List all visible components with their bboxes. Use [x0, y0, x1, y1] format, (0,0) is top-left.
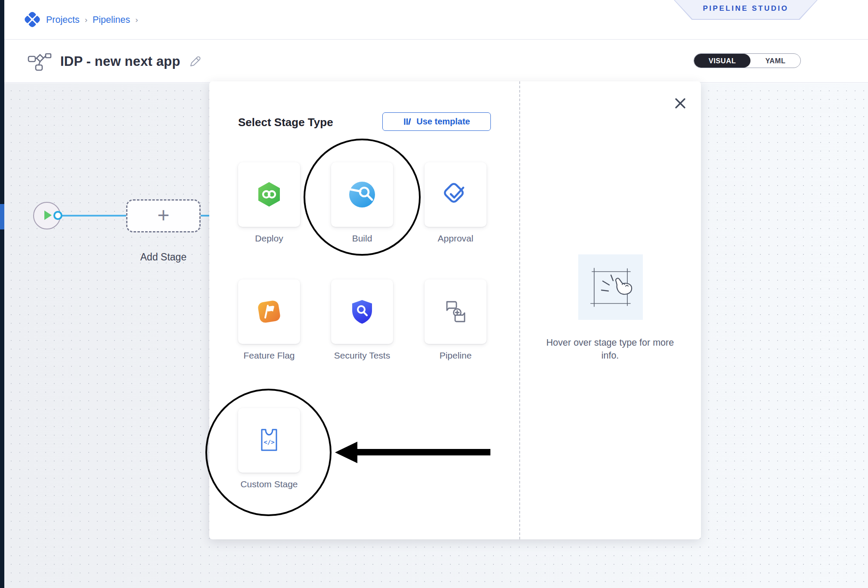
- chevron-right-icon: ›: [135, 15, 138, 25]
- stage-label: Pipeline: [425, 349, 487, 362]
- use-template-button[interactable]: Use template: [382, 112, 491, 131]
- toggle-visual[interactable]: VISUAL: [694, 54, 750, 68]
- pipeline-icon: [27, 52, 52, 71]
- connector-line: [201, 215, 210, 217]
- visual-yaml-toggle: VISUAL YAML: [694, 53, 801, 68]
- dialog-title: Select Stage Type: [238, 116, 333, 129]
- toggle-yaml[interactable]: YAML: [750, 54, 800, 68]
- stage-card-pipeline[interactable]: Pipeline: [425, 279, 487, 362]
- connector-port-icon[interactable]: [53, 211, 62, 220]
- edit-pencil-icon[interactable]: [189, 56, 201, 68]
- stage-label: Deploy: [238, 232, 300, 245]
- pipeline-studio-badge-label: PIPELINE STUDIO: [703, 4, 789, 15]
- pipeline-studio-badge: PIPELINE STUDIO: [674, 0, 818, 20]
- stage-label: Security Tests: [331, 349, 393, 362]
- hover-illustration: [578, 254, 643, 320]
- panel-divider: [519, 81, 520, 539]
- deploy-cd-icon: [255, 181, 283, 208]
- hover-hint-text: Hover over stage type for more info.: [539, 336, 681, 362]
- stage-card-security-tests[interactable]: Security Tests: [331, 279, 393, 362]
- close-dialog-button[interactable]: [673, 96, 688, 111]
- page-title: IDP - new next app: [60, 54, 180, 69]
- pipeline-studio-page: Projects › Pipelines › PIPELINE STUDIO I…: [0, 0, 868, 588]
- feature-flag-icon: [255, 298, 283, 325]
- annotation-arrow-head-icon: [335, 442, 357, 463]
- stage-label: Approval: [425, 232, 487, 245]
- template-library-icon: [403, 117, 412, 126]
- use-template-label: Use template: [416, 117, 470, 127]
- breadcrumb-pipelines[interactable]: Pipelines: [93, 15, 130, 25]
- stage-card-deploy[interactable]: Deploy: [238, 162, 300, 245]
- connector-line: [62, 215, 131, 217]
- hover-hand-icon: [578, 254, 643, 320]
- approval-check-icon: [441, 180, 470, 209]
- stage-card-feature-flag[interactable]: Feature Flag: [238, 279, 300, 362]
- stage-card-approval[interactable]: Approval: [425, 162, 487, 245]
- pipeline-chained-icon: [442, 298, 469, 325]
- harness-logo-icon[interactable]: [24, 11, 41, 28]
- annotation-circle-build: [304, 139, 421, 256]
- security-shield-icon: [348, 298, 376, 325]
- add-stage-label: Add Stage: [126, 251, 201, 263]
- chevron-right-icon: ›: [85, 15, 87, 25]
- left-nav-rail[interactable]: [0, 0, 4, 588]
- add-stage-button[interactable]: +: [126, 199, 201, 232]
- breadcrumb-projects[interactable]: Projects: [46, 15, 80, 25]
- annotation-arrow-shaft: [357, 449, 490, 455]
- annotation-circle-custom-stage: [205, 389, 332, 516]
- play-icon: [44, 210, 52, 220]
- nav-active-indicator: [0, 204, 4, 229]
- breadcrumb: Projects › Pipelines ›: [24, 0, 138, 40]
- close-icon: [673, 96, 687, 110]
- stage-label: Feature Flag: [238, 349, 300, 362]
- plus-icon: +: [157, 205, 169, 226]
